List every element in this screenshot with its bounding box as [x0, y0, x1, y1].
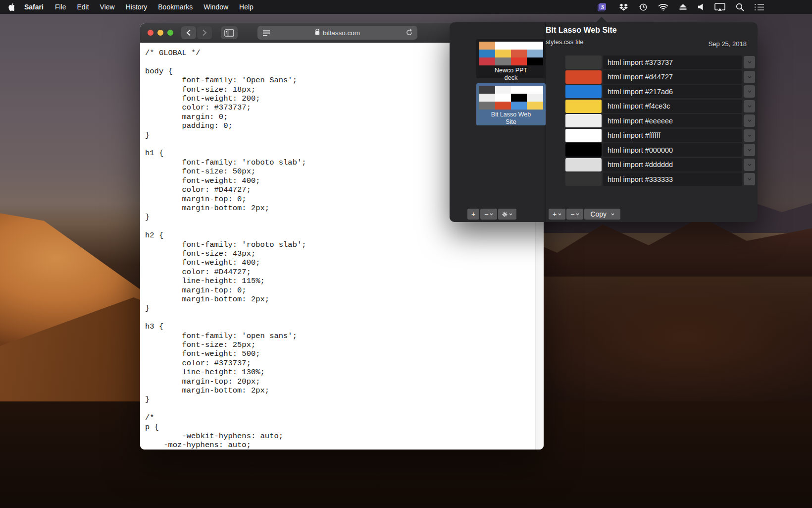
palette-date: Sep 25, 2018 — [709, 40, 747, 48]
swatch-cell — [495, 57, 511, 65]
color-label: html import #000000 — [603, 143, 742, 157]
color-label: html import #373737 — [603, 56, 742, 69]
swatch-cell — [495, 94, 511, 102]
sip-icon[interactable]: S — [597, 2, 609, 12]
color-swatch — [565, 158, 602, 171]
back-button[interactable] — [181, 26, 196, 39]
color-label: html import #ffffff — [603, 129, 742, 142]
menu-edit[interactable]: Edit — [71, 0, 94, 14]
swatch-cell — [511, 102, 527, 110]
svg-text:S: S — [601, 3, 605, 10]
palette-settings-button[interactable] — [498, 209, 516, 220]
menu-bookmarks[interactable]: Bookmarks — [152, 0, 198, 14]
add-color-button[interactable]: + — [549, 209, 565, 220]
popover-arrow — [596, 17, 607, 22]
swatch-cell — [527, 94, 543, 102]
color-format-dropdown[interactable] — [744, 100, 755, 113]
window-controls — [148, 30, 173, 36]
time-machine-icon[interactable] — [639, 3, 648, 11]
palette-title: Bit Lasso Web Site — [546, 26, 617, 35]
palette-item-label: Bit Lasso Web Site — [488, 111, 534, 126]
menu-safari[interactable]: Safari — [18, 0, 50, 14]
swatch-cell — [527, 42, 543, 50]
palette-thumbnail — [479, 86, 543, 110]
menu-file[interactable]: File — [50, 0, 72, 14]
palette-item-label: Newco PPT deck — [488, 67, 534, 82]
menu-window[interactable]: Window — [198, 0, 234, 14]
color-format-dropdown[interactable] — [744, 129, 755, 142]
color-format-dropdown[interactable] — [744, 71, 755, 83]
address-bar[interactable]: bitlasso.com — [257, 26, 417, 40]
close-button[interactable] — [148, 30, 153, 36]
add-palette-button[interactable]: + — [467, 209, 479, 220]
menu-history[interactable]: History — [120, 0, 153, 14]
list-icon[interactable] — [755, 3, 764, 11]
swatch-cell — [527, 86, 543, 94]
minimize-button[interactable] — [157, 30, 163, 36]
color-swatch — [565, 70, 602, 84]
apple-menu-icon[interactable] — [7, 3, 14, 11]
color-row[interactable]: html import #eeeeee — [546, 114, 758, 127]
swatch-cell — [479, 50, 495, 57]
color-label: html import #dddddd — [603, 158, 742, 171]
palette-item-newco[interactable]: Newco PPT deck — [476, 39, 546, 78]
menu-help[interactable]: Help — [234, 0, 259, 14]
color-format-dropdown[interactable] — [744, 56, 755, 68]
remove-palette-button[interactable]: − — [480, 209, 497, 220]
swatch-cell — [479, 42, 495, 50]
color-row[interactable]: html import #ffffff — [546, 129, 758, 142]
color-label: html import #d44727 — [603, 70, 742, 84]
color-row[interactable]: html import #000000 — [546, 143, 758, 157]
palette-subtitle: styles.css file — [546, 38, 617, 46]
swatch-cell — [479, 57, 495, 65]
palette-thumbnail — [479, 42, 543, 65]
color-row[interactable]: html import #217ad6 — [546, 85, 758, 98]
forward-button[interactable] — [197, 26, 212, 39]
swatch-cell — [479, 102, 495, 110]
url-text: bitlasso.com — [323, 29, 360, 37]
palette-item-bitlasso[interactable]: Bit Lasso Web Site — [476, 83, 546, 125]
palette-toolbar: + − — [467, 209, 516, 220]
wifi-icon[interactable] — [658, 3, 668, 11]
airplay-icon[interactable] — [714, 3, 725, 11]
color-format-dropdown[interactable] — [744, 114, 755, 127]
swatch-cell — [511, 94, 527, 102]
dropbox-icon[interactable] — [619, 3, 628, 11]
color-row[interactable]: html import #d44727 — [546, 70, 758, 84]
color-swatch — [565, 143, 602, 157]
zoom-button[interactable] — [167, 30, 173, 36]
color-format-dropdown[interactable] — [744, 144, 755, 156]
color-row[interactable]: html import #f4ce3c — [546, 100, 758, 113]
color-label: html import #333333 — [603, 172, 742, 186]
reader-icon[interactable] — [262, 29, 270, 38]
color-swatch — [565, 129, 602, 142]
swatch-cell — [527, 50, 543, 57]
sidebar-toggle-button[interactable] — [221, 26, 238, 39]
color-row[interactable]: html import #dddddd — [546, 158, 758, 171]
color-swatch — [565, 85, 602, 98]
color-label: html import #f4ce3c — [603, 100, 742, 113]
lock-icon — [315, 29, 320, 37]
color-swatch — [565, 100, 602, 113]
color-format-dropdown[interactable] — [744, 159, 755, 171]
color-row[interactable]: html import #373737 — [546, 56, 758, 69]
menu-view[interactable]: View — [95, 0, 120, 14]
copy-button[interactable]: Copy — [584, 209, 620, 220]
swatch-cell — [527, 102, 543, 110]
color-format-dropdown[interactable] — [744, 85, 755, 98]
color-list: html import #373737 html import #d44727 … — [546, 56, 758, 186]
eject-icon[interactable] — [679, 3, 687, 10]
swatch-cell — [511, 86, 527, 94]
swatch-cell — [495, 102, 511, 110]
swatch-cell — [479, 94, 495, 102]
swatch-cell — [511, 42, 527, 50]
color-row[interactable]: html import #333333 — [546, 172, 758, 186]
color-label: html import #217ad6 — [603, 85, 742, 98]
status-icons: S — [597, 2, 812, 12]
spotlight-icon[interactable] — [736, 3, 744, 11]
color-label: html import #eeeeee — [603, 114, 742, 127]
color-format-dropdown[interactable] — [744, 173, 755, 185]
reload-icon[interactable] — [406, 29, 413, 38]
remove-color-button[interactable]: − — [566, 209, 583, 220]
volume-icon[interactable] — [698, 3, 704, 10]
